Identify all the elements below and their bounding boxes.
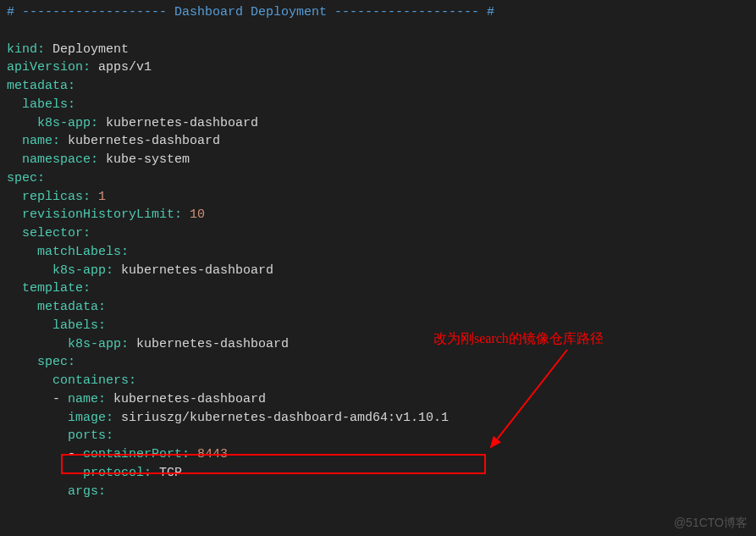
code-block: # ------------------- Dashboard Deployme… xyxy=(7,3,749,500)
annotation-text: 改为刚search的镜像仓库路径 xyxy=(433,329,604,348)
comment-header: # ------------------- Dashboard Deployme… xyxy=(7,3,749,22)
image-line: image: siriuszg/kubernetes-dashboard-amd… xyxy=(7,409,749,428)
watermark: @51CTO博客 xyxy=(674,514,748,531)
